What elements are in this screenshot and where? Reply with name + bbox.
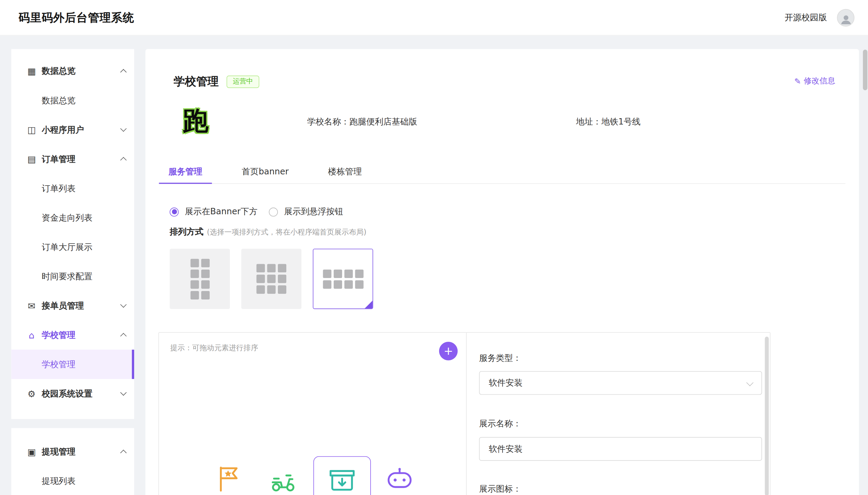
chevron-down-icon	[120, 389, 126, 396]
layout-option-2col[interactable]	[170, 249, 230, 309]
tab-service-management[interactable]: 服务管理	[159, 164, 212, 183]
grid-square	[267, 285, 276, 294]
edit-pencil-icon: ✎	[794, 77, 801, 86]
grid-square	[344, 269, 352, 278]
grid-square	[201, 269, 209, 278]
sidebar-item-label: 提现管理	[42, 446, 121, 457]
content-card: 学校管理 运营中 ✎ 修改信息 跑 学校名称：跑腿便利店基础版 地址：地铁1号线…	[145, 49, 859, 495]
sidebar-item-label: 小程序用户	[42, 124, 121, 135]
user-avatar-icon	[839, 12, 853, 26]
layout-option-4col[interactable]	[313, 249, 373, 309]
page-scrollbar-thumb[interactable]	[863, 50, 867, 90]
layout-preview-grid	[322, 269, 363, 288]
service-icon-list	[159, 333, 466, 495]
arrange-hint: (选择一项排列方式，将在小程序端首页展示布局)	[207, 227, 366, 238]
sidebar-item-label: 数据总览	[42, 95, 126, 105]
tab-building-management[interactable]: 楼栋管理	[319, 164, 371, 183]
display-name-input[interactable]	[479, 437, 762, 461]
sidebar-item-label: 提现列表	[42, 476, 126, 486]
app-title: 码里码外后台管理系统	[19, 10, 135, 25]
radio-floating-button[interactable]: 展示到悬浮按钮	[269, 206, 343, 217]
chevron-down-icon	[120, 301, 126, 308]
sidebar-item-data-overview-sub[interactable]: 数据总览	[11, 86, 134, 115]
chevron-down-icon	[746, 379, 754, 386]
sidebar-item-label: 订单管理	[42, 154, 121, 165]
user-avatar[interactable]	[837, 9, 854, 26]
sidebar-block-withdraw: ▣提现管理提现列表	[11, 428, 134, 495]
grid-square	[278, 275, 286, 283]
version-label: 开源校园版	[785, 12, 827, 23]
box-download-icon[interactable]	[326, 465, 358, 495]
layout-options	[170, 249, 859, 309]
sidebar-item-label: 学校管理	[42, 359, 124, 370]
radio-banner-below[interactable]: 展示在Banner下方	[170, 206, 258, 217]
sort-panel: 提示：可拖动元素进行排序 +	[159, 333, 467, 495]
sidebar-item-order-management[interactable]: ▤订单管理	[11, 144, 134, 174]
page-head: 学校管理 运营中 ✎ 修改信息	[145, 49, 859, 89]
tab-home-banner[interactable]: 首页banner	[232, 164, 298, 183]
sidebar-item-school-management-sub[interactable]: 学校管理	[11, 349, 134, 379]
sidebar-item-label: 时间要求配置	[42, 271, 126, 281]
scooter-icon[interactable]	[267, 464, 299, 495]
grid-square	[201, 259, 209, 267]
app-root: 码里码外后台管理系统 开源校园版 ▦数据总览数据总览◫小程序用户▤订单管理订单列…	[0, 0, 868, 495]
grid-square	[190, 280, 199, 289]
top-header: 码里码外后台管理系统 开源校园版	[0, 0, 868, 36]
grid-square	[267, 264, 276, 272]
arrange-row: 排列方式 (选择一项排列方式，将在小程序端首页展示布局)	[170, 227, 859, 237]
grid-square	[355, 280, 363, 289]
radio-selected-icon	[170, 207, 179, 216]
grid-square	[256, 275, 265, 283]
school-icon: ⌂	[26, 330, 37, 340]
service-type-select[interactable]: 软件安装	[479, 371, 762, 395]
orders-icon: ▤	[26, 154, 37, 165]
flag-icon[interactable]	[214, 463, 245, 495]
edit-info-label: 修改信息	[804, 76, 835, 86]
service-type-label: 服务类型：	[479, 353, 770, 363]
chevron-up-icon	[120, 157, 126, 163]
sidebar-block-main: ▦数据总览数据总览◫小程序用户▤订单管理订单列表资金走向列表订单大厅展示时间要求…	[11, 49, 134, 419]
gamepad-icon[interactable]	[384, 464, 415, 495]
grid-square	[190, 291, 199, 299]
sidebar-item-withdraw-management[interactable]: ▣提现管理	[11, 437, 134, 466]
edit-info-link[interactable]: ✎ 修改信息	[794, 76, 835, 86]
sidebar-item-school-management[interactable]: ⌂学校管理	[11, 320, 134, 349]
withdraw-icon: ▣	[26, 446, 37, 457]
sidebar-item-data-overview[interactable]: ▦数据总览	[11, 56, 134, 86]
sidebar-item-label: 数据总览	[42, 66, 121, 76]
grid-square	[278, 285, 286, 294]
sidebar-item-order-list[interactable]: 订单列表	[11, 174, 134, 203]
sidebar-item-time-requirement-config[interactable]: 时间要求配置	[11, 262, 134, 291]
chevron-up-icon	[120, 450, 126, 456]
page-scrollbar[interactable]	[863, 49, 868, 495]
form-scrollbar[interactable]	[765, 337, 769, 495]
sidebar-item-label: 学校管理	[42, 330, 121, 340]
sidebar-item-miniprogram-users[interactable]: ◫小程序用户	[11, 115, 134, 144]
sidebar-item-order-hall-display[interactable]: 订单大厅展示	[11, 233, 134, 262]
service-type-value: 软件安装	[489, 377, 522, 388]
grid-square	[201, 291, 209, 299]
sidebar-item-fund-flow-list[interactable]: 资金走向列表	[11, 203, 134, 233]
sidebar-item-courier-management[interactable]: ✉接单员管理	[11, 291, 134, 320]
status-badge: 运营中	[227, 75, 259, 88]
sidebar-item-campus-system-settings[interactable]: ⚙校园系统设置	[11, 379, 134, 408]
school-address: 地址：地铁1号线	[576, 117, 641, 127]
selected-service-box[interactable]	[314, 456, 371, 495]
display-name-label: 展示名称：	[479, 419, 770, 429]
page-title: 学校管理	[174, 74, 219, 89]
arrange-label: 排列方式	[170, 227, 203, 237]
sidebar-item-withdraw-list[interactable]: 提现列表	[11, 466, 134, 495]
school-info-row: 跑 学校名称：跑腿便利店基础版 地址：地铁1号线	[145, 106, 859, 138]
layout-option-3col[interactable]	[241, 249, 302, 309]
service-sort-container: 提示：可拖动元素进行排序 + 服务类型： 软件安装 展示名称： 展示图标：	[158, 332, 770, 495]
header-right: 开源校园版	[785, 9, 854, 26]
sidebar-item-label: 资金走向列表	[42, 212, 126, 223]
sidebar-item-label: 订单列表	[42, 183, 126, 194]
display-position-options: 展示在Banner下方 展示到悬浮按钮	[170, 206, 859, 217]
gear-icon: ⚙	[26, 388, 37, 399]
dashboard-icon: ▦	[26, 66, 37, 76]
radio-floating-button-label: 展示到悬浮按钮	[284, 206, 343, 217]
grid-square	[278, 264, 286, 272]
chevron-down-icon	[120, 125, 126, 132]
grid-square	[355, 269, 363, 278]
